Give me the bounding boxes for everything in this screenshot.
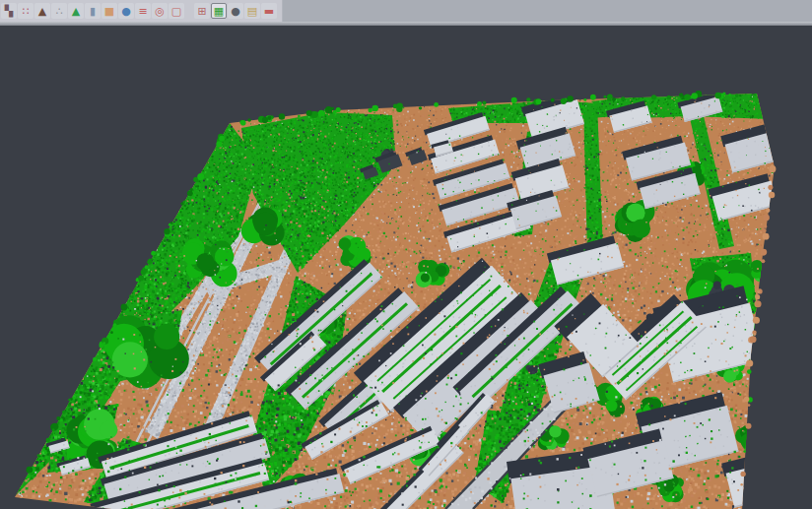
blue-column-icon[interactable]: ▮ [85, 3, 101, 19]
sphere-icon[interactable]: ● [228, 3, 243, 19]
sparse-points-icon[interactable]: ∴ [51, 3, 67, 19]
profile-lines-icon[interactable]: ≡ [135, 3, 151, 19]
toolbar-icon-panel: ▚∷▲∴▲▮■●≡◎▢⊞▦●▤▬ [0, 0, 283, 22]
viewport-3d [0, 26, 812, 509]
globe-icon[interactable]: ● [118, 3, 134, 19]
brown-mound-icon[interactable]: ▲ [34, 3, 50, 19]
red-flag-icon[interactable]: ▬ [261, 3, 277, 19]
circle-target-icon[interactable]: ◎ [152, 3, 168, 19]
classify-points-icon[interactable]: ∷ [18, 3, 34, 19]
orange-square-icon[interactable]: ■ [102, 3, 117, 19]
pointcloud-canvas[interactable] [0, 26, 812, 509]
toolbar-separator [185, 3, 194, 19]
green-hill-icon[interactable]: ▲ [68, 3, 84, 19]
top-toolbar: ▚∷▲∴▲▮■●≡◎▢⊞▦●▤▬ [0, 0, 812, 22]
selection-box-icon[interactable]: ▢ [169, 3, 184, 19]
measure-area-icon[interactable]: ▤ [244, 3, 260, 19]
classification-palette-icon[interactable]: ▦ [211, 3, 227, 19]
dark-points-icon[interactable]: ▚ [1, 3, 17, 19]
grid-icon[interactable]: ⊞ [194, 3, 210, 19]
